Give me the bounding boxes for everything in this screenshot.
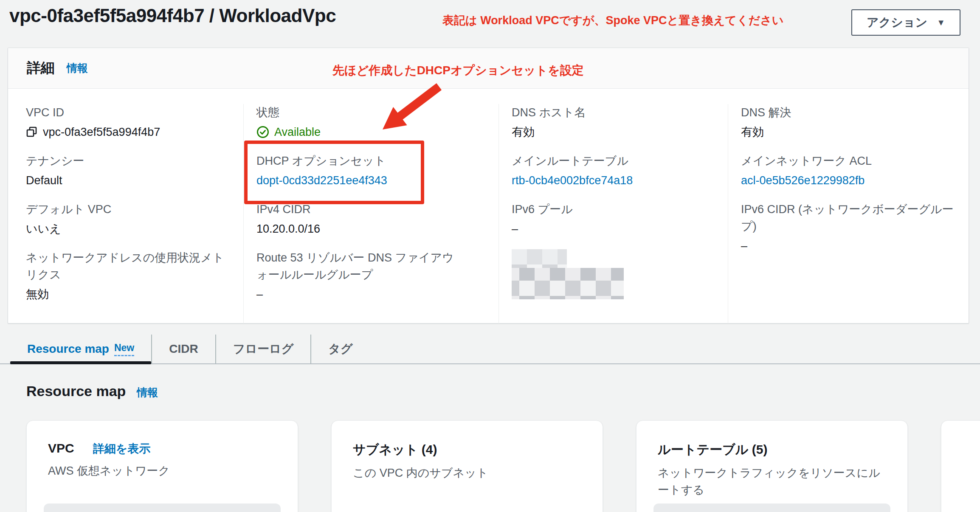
card-title: VPC <box>48 441 74 456</box>
field-vpc-id: VPC ID vpc-0fa3ef5f5a994f4b7 <box>26 104 235 141</box>
tab-resource-map[interactable]: Resource map New <box>10 335 151 363</box>
field-value: – <box>512 220 518 237</box>
details-column-3: DNS ホスト名 有効 メインルートテーブル rtb-0cb4e002bfce7… <box>498 104 728 324</box>
new-badge: New <box>114 342 134 356</box>
resource-item-placeholder <box>44 504 281 512</box>
field-value: 有効 <box>512 124 535 141</box>
redacted-pixelated-block <box>512 249 719 299</box>
field-value: Default <box>26 172 62 189</box>
field-ipv6-cidr-nbg: IPv6 CIDR (ネットワークボーダーグループ) – <box>741 201 960 254</box>
resource-item-placeholder <box>653 504 890 512</box>
details-panel-body: VPC ID vpc-0fa3ef5f5a994f4b7 テナンシー Defau… <box>8 89 969 324</box>
field-label: ネットワークアドレスの使用状況メトリクス <box>26 249 225 283</box>
card-vpc: VPC 詳細を表示 AWS 仮想ネットワーク <box>26 420 298 512</box>
copy-icon[interactable] <box>26 126 38 138</box>
field-label: VPC ID <box>26 104 225 121</box>
redacted-row <box>512 249 567 268</box>
card-title: ルートテーブル (5) <box>658 441 768 459</box>
page-title: vpc-0fa3ef5f5a994f4b7 / WorkloadVpc <box>9 5 336 26</box>
tab-label: CIDR <box>169 342 198 356</box>
field-label: デフォルト VPC <box>26 201 225 218</box>
field-value: いいえ <box>26 220 61 237</box>
tab-bar: Resource map New CIDR フローログ タグ <box>0 335 980 364</box>
tab-label: フローログ <box>233 341 294 357</box>
field-label: メインネットワーク ACL <box>741 152 955 169</box>
card-partial <box>941 420 980 512</box>
status-value: Available <box>274 124 321 141</box>
tab-cidr[interactable]: CIDR <box>151 335 215 363</box>
resource-map-cards: VPC 詳細を表示 AWS 仮想ネットワーク サブネット (4) この VPC … <box>26 420 980 512</box>
card-title: サブネット (4) <box>353 441 437 459</box>
field-dns-hostnames: DNS ホスト名 有効 <box>512 104 719 141</box>
resource-map-info-link[interactable]: 情報 <box>137 385 158 399</box>
page-header: vpc-0fa3ef5f5a994f4b7 / WorkloadVpc 表記は … <box>0 0 980 44</box>
card-route-tables: ルートテーブル (5) ネットワークトラフィックをリソースにルートする <box>636 420 908 512</box>
details-info-link[interactable]: 情報 <box>67 61 88 75</box>
details-panel: 詳細 情報 先ほど作成したDHCPオプションセットを設定 VPC ID vpc-… <box>8 48 969 324</box>
dhcp-red-annotation: 先ほど作成したDHCPオプションセットを設定 <box>332 62 584 79</box>
field-label: IPv4 CIDR <box>256 201 460 218</box>
details-title: 詳細 <box>27 59 55 78</box>
details-column-1: VPC ID vpc-0fa3ef5f5a994f4b7 テナンシー Defau… <box>8 104 243 324</box>
field-label: DNS 解決 <box>741 104 955 121</box>
card-description: この VPC 内のサブネット <box>353 464 581 481</box>
field-value: 有効 <box>741 124 764 141</box>
field-label: 状態 <box>256 104 460 121</box>
field-value: – <box>256 286 263 303</box>
actions-button-label: アクション <box>867 14 927 31</box>
field-dhcp-option-set: DHCP オプションセット dopt-0cd33d2251ee4f343 <box>256 152 490 189</box>
card-description: AWS 仮想ネットワーク <box>48 462 276 479</box>
field-network-usage-metrics: ネットワークアドレスの使用状況メトリクス 無効 <box>26 249 235 303</box>
field-default-vpc: デフォルト VPC いいえ <box>26 201 235 237</box>
field-label: IPv6 プール <box>512 201 715 218</box>
field-main-network-acl: メインネットワーク ACL acl-0e5b526e1229982fb <box>741 152 960 189</box>
caret-down-icon: ▼ <box>937 18 945 27</box>
dhcp-option-set-link[interactable]: dopt-0cd33d2251ee4f343 <box>256 172 387 189</box>
main-network-acl-link[interactable]: acl-0e5b526e1229982fb <box>741 172 865 189</box>
tab-flow-logs[interactable]: フローログ <box>215 335 311 363</box>
field-value: 10.20.0.0/16 <box>256 220 320 237</box>
field-state: 状態 Available <box>256 104 490 141</box>
field-label: DHCP オプションセット <box>256 152 460 169</box>
actions-button[interactable]: アクション ▼ <box>851 9 960 36</box>
details-column-2: 状態 Available DHCP オプションセット dopt-0cd33d22… <box>243 104 498 324</box>
field-label: テナンシー <box>26 152 225 169</box>
main-route-table-link[interactable]: rtb-0cb4e002bfce74a18 <box>512 172 633 189</box>
resource-map-header: Resource map 情報 <box>26 383 158 399</box>
field-dns-resolution: DNS 解決 有効 <box>741 104 960 141</box>
field-ipv4-cidr: IPv4 CIDR 10.20.0.0/16 <box>256 201 490 237</box>
field-label: IPv6 CIDR (ネットワークボーダーグループ) <box>741 201 955 235</box>
status-available-icon <box>256 126 269 138</box>
top-red-annotation: 表記は Workload VPCですが、Spoke VPCと置き換えてください <box>442 13 784 28</box>
field-label: DNS ホスト名 <box>512 104 715 121</box>
vpc-detail-page: vpc-0fa3ef5f5a994f4b7 / WorkloadVpc 表記は … <box>0 0 980 512</box>
field-value: vpc-0fa3ef5f5a994f4b7 <box>43 124 160 141</box>
field-label: Route 53 リゾルバー DNS ファイアウォールルールグループ <box>256 249 460 283</box>
show-details-link[interactable]: 詳細を表示 <box>93 441 151 456</box>
field-tenancy: テナンシー Default <box>26 152 235 189</box>
details-column-4: DNS 解決 有効 メインネットワーク ACL acl-0e5b526e1229… <box>728 104 969 324</box>
resource-map-title: Resource map <box>26 383 126 399</box>
tab-label: タグ <box>328 341 352 357</box>
tab-tags[interactable]: タグ <box>310 335 369 363</box>
details-panel-header: 詳細 情報 先ほど作成したDHCPオプションセットを設定 <box>8 48 969 89</box>
field-route53-firewall-group: Route 53 リゾルバー DNS ファイアウォールルールグループ – <box>256 249 490 303</box>
field-label: メインルートテーブル <box>512 152 715 169</box>
card-description: ネットワークトラフィックをリソースにルートする <box>658 464 886 498</box>
field-main-route-table: メインルートテーブル rtb-0cb4e002bfce74a18 <box>512 152 719 189</box>
tab-label: Resource map <box>27 342 109 356</box>
field-ipv6-pool: IPv6 プール – <box>512 201 719 237</box>
card-subnets: サブネット (4) この VPC 内のサブネット <box>331 420 603 512</box>
field-value: 無効 <box>26 286 49 303</box>
field-value: – <box>741 237 747 254</box>
redacted-row <box>512 268 624 299</box>
